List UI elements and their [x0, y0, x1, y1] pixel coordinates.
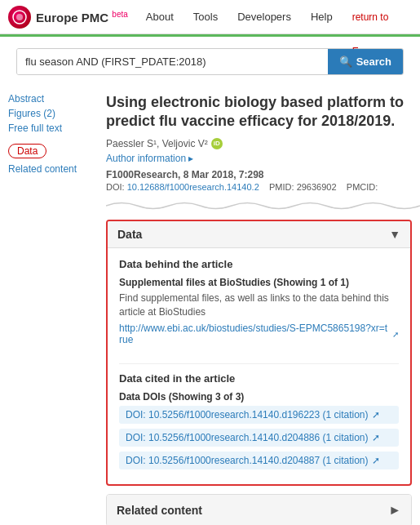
article-title: Using electronic biology based platform … — [106, 93, 412, 131]
nav-developers[interactable]: Developers — [228, 0, 301, 34]
sidebar-fulltext[interactable]: Free full text — [8, 122, 98, 134]
doi-item-2[interactable]: DOI: 10.5256/f1000research.14140.d204886… — [119, 429, 399, 447]
svg-point-1 — [16, 14, 23, 20]
doi-external-icon-2: ➚ — [372, 432, 380, 443]
nav-tools[interactable]: Tools — [183, 0, 228, 34]
doi-external-icon-1: ➚ — [372, 409, 380, 420]
doi-line: DOI: 10.12688/f1000research.14140.2 PMID… — [106, 182, 412, 192]
main-content: Using electronic biology based platform … — [98, 87, 412, 525]
logo-icon — [8, 6, 31, 29]
doi-external-icon-3: ➚ — [372, 455, 380, 466]
nav-help[interactable]: Help — [301, 0, 343, 34]
sidebar-related[interactable]: Related content — [8, 163, 98, 175]
author-info-link[interactable]: Author information ▸ — [106, 153, 412, 164]
section-divider — [119, 363, 399, 364]
subsection2-label: Data DOIs (Showing 3 of 3) — [119, 391, 399, 403]
content-area: Abstract Figures (2) Free full text Data… — [0, 87, 420, 525]
logo-text: Europe PMC beta — [36, 10, 128, 24]
author-names: Paessler S¹, Veljovic V² — [106, 138, 208, 149]
sidebar: Abstract Figures (2) Free full text Data… — [8, 87, 98, 525]
journal-info: F1000Research, 8 Mar 2018, 7:298 — [106, 169, 412, 180]
doi-item-3[interactable]: DOI: 10.5256/f1000research.14140.d204887… — [119, 452, 399, 469]
related-panel-title: Related content — [117, 504, 202, 517]
section2-title: Data cited in the article — [119, 372, 399, 385]
main-nav: About Tools Developers Help return to Eu… — [136, 0, 412, 34]
subsection1-label: Supplemental files at BioStudies (Showin… — [119, 277, 399, 288]
nav-return-europe[interactable]: return to Europe — [343, 0, 412, 34]
related-panel-header[interactable]: Related content ► — [107, 495, 411, 525]
section1-title: Data behind the article — [119, 258, 399, 270]
biostudies-link[interactable]: http://www.ebi.ac.uk/biostudies/studies/… — [119, 323, 399, 345]
wavy-divider — [106, 198, 420, 213]
chevron-down-icon: ▼ — [389, 228, 400, 241]
related-panel: Related content ► — [106, 494, 412, 525]
data-panel-body: Data behind the article Supplemental fil… — [108, 248, 410, 485]
nav-about[interactable]: About — [136, 0, 183, 34]
search-button[interactable]: 🔍 Search — [328, 49, 403, 74]
sidebar-data[interactable]: Data — [8, 144, 46, 158]
doi-link[interactable]: 10.12688/f1000research.14140.2 — [127, 182, 259, 192]
search-input[interactable] — [17, 49, 328, 74]
orcid-icon: iD — [211, 138, 223, 149]
data-panel: Data ▼ Data behind the article Supplemen… — [106, 220, 412, 487]
doi-item-1[interactable]: DOI: 10.5256/f1000research.14140.d196223… — [119, 406, 399, 424]
external-link-icon: ➚ — [392, 330, 399, 339]
sidebar-figures[interactable]: Figures (2) — [8, 108, 98, 119]
logo-area[interactable]: Europe PMC beta — [8, 6, 128, 29]
arrow-right-icon: ► — [388, 503, 401, 518]
data-panel-header[interactable]: Data ▼ — [108, 221, 410, 248]
site-header: Europe PMC beta About Tools Developers H… — [0, 0, 420, 34]
authors-line: Paessler S¹, Veljovic V² iD — [106, 138, 412, 149]
data-panel-title: Data — [117, 228, 142, 241]
sidebar-abstract[interactable]: Abstract — [8, 93, 98, 105]
search-bar: 🔍 Search — [16, 48, 404, 75]
search-icon: 🔍 — [339, 56, 352, 68]
section1-text: Find supplemental files, as well as link… — [119, 291, 399, 319]
